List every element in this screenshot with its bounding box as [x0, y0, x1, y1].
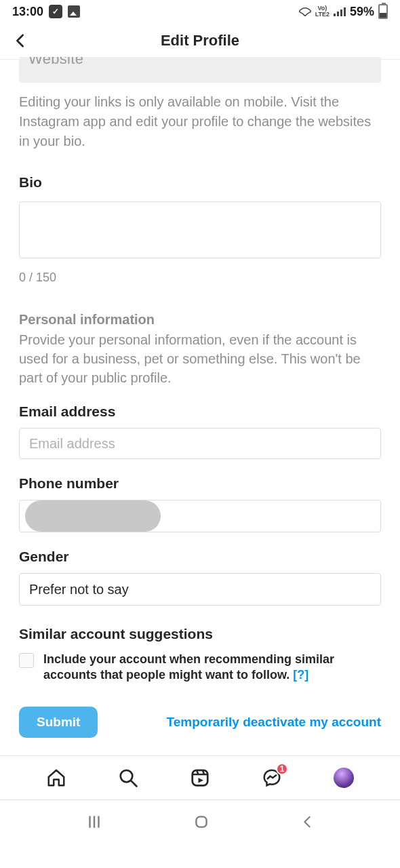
similar-accounts-text: Include your account when recommending s… [43, 652, 381, 684]
website-info-text: Editing your links is only available on … [19, 92, 381, 151]
bottom-nav: 1 [0, 755, 400, 800]
svg-rect-0 [334, 14, 336, 16]
website-placeholder: Website [28, 57, 83, 67]
submit-button[interactable]: Submit [19, 707, 98, 738]
nav-profile[interactable] [332, 766, 356, 790]
sys-home-icon [193, 813, 210, 831]
status-time: 13:00 [12, 5, 43, 19]
bio-textarea[interactable] [19, 201, 381, 258]
wifi-icon [299, 7, 311, 16]
email-label: Email address [19, 403, 381, 420]
bio-label: Bio [19, 174, 381, 191]
volte-icon: Vo)LTE2 [315, 5, 329, 18]
nav-home[interactable] [44, 766, 68, 790]
svg-rect-2 [340, 9, 342, 16]
svg-line-5 [131, 781, 136, 786]
status-left: 13:00 ✓ [12, 5, 80, 19]
sys-back-button[interactable] [300, 814, 315, 829]
signal-icon [334, 7, 346, 16]
messenger-badge: 1 [276, 763, 288, 775]
email-input[interactable] [19, 428, 381, 459]
similar-accounts-label: Similar account suggestions [19, 626, 381, 642]
battery-percent: 59% [350, 5, 374, 19]
gender-select[interactable]: Prefer not to say [19, 573, 381, 606]
personal-info-header: Personal information [19, 312, 381, 328]
deactivate-account-link[interactable]: Temporarily deactivate my account [167, 715, 381, 730]
gender-label: Gender [19, 549, 381, 565]
profile-avatar-icon [334, 768, 354, 788]
personal-info-desc: Provide your personal information, even … [19, 330, 381, 387]
home-icon [46, 768, 66, 788]
similar-accounts-help-link[interactable]: [?] [293, 668, 308, 682]
website-input-disabled: Website [19, 57, 381, 83]
sys-back-icon [300, 814, 315, 829]
svg-rect-13 [196, 816, 206, 827]
search-icon [118, 768, 138, 788]
page-title: Edit Profile [7, 32, 393, 50]
nav-reels[interactable] [188, 766, 212, 790]
battery-icon [378, 4, 388, 19]
status-right: Vo)LTE2 59% [299, 4, 388, 19]
gender-value: Prefer not to say [29, 582, 129, 597]
phone-input[interactable] [19, 500, 381, 532]
nav-search[interactable] [116, 766, 140, 790]
svg-rect-6 [193, 770, 208, 786]
nav-messenger[interactable]: 1 [260, 766, 284, 790]
recents-icon [85, 813, 103, 831]
system-nav-bar [0, 800, 400, 844]
status-bar: 13:00 ✓ Vo)LTE2 59% [0, 0, 400, 22]
svg-rect-3 [344, 7, 346, 16]
svg-rect-1 [337, 12, 339, 16]
phone-label: Phone number [19, 475, 381, 492]
nav-header: Edit Profile [0, 22, 400, 60]
picture-notification-icon [68, 5, 80, 18]
bio-counter: 0 / 150 [19, 271, 381, 285]
reels-icon [190, 768, 210, 788]
sys-recents-button[interactable] [85, 813, 103, 831]
phone-redacted [25, 500, 161, 532]
similar-accounts-checkbox[interactable] [19, 653, 34, 668]
sys-home-button[interactable] [193, 813, 210, 831]
checkmark-app-icon: ✓ [49, 5, 62, 18]
